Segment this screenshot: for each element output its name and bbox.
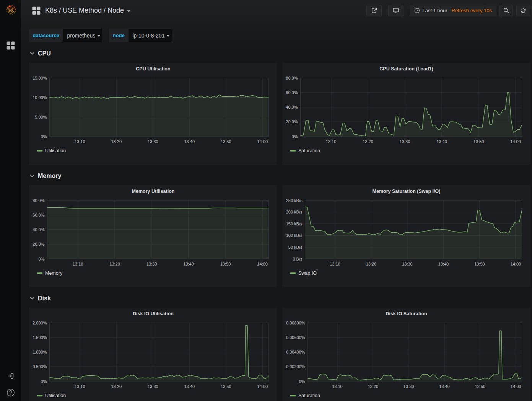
svg-text:80.0%: 80.0% [33, 198, 44, 203]
svg-text:13:40: 13:40 [184, 384, 195, 389]
svg-text:14:00: 14:00 [257, 139, 268, 144]
chart[interactable]: 0 B/s50 kB/s100 kB/s150 kB/s200 kB/s250 … [282, 185, 530, 287]
svg-text:250 kB/s: 250 kB/s [286, 198, 303, 203]
panel-disk-io-utilisation: Disk IO Utilisation 0%0.500%1.000%1.500%… [29, 308, 277, 401]
svg-text:50 kB/s: 50 kB/s [288, 245, 303, 249]
svg-text:0%: 0% [39, 257, 45, 261]
apps-grid-icon [7, 41, 15, 50]
series-fill [47, 207, 269, 259]
svg-text:0 B/s: 0 B/s [293, 257, 303, 261]
legend-swatch[interactable] [290, 272, 296, 274]
svg-text:13:10: 13:10 [75, 139, 85, 144]
sidebar-item-help[interactable] [0, 384, 21, 401]
svg-text:100 kB/s: 100 kB/s [286, 233, 303, 238]
svg-text:0%: 0% [41, 134, 47, 139]
svg-text:13:20: 13:20 [111, 384, 122, 389]
svg-text:14:00: 14:00 [511, 384, 521, 389]
svg-text:13:50: 13:50 [473, 139, 484, 144]
legend-series-label[interactable]: Utilisation [45, 148, 66, 153]
svg-text:14:00: 14:00 [257, 262, 268, 266]
svg-text:0.00800%: 0.00800% [286, 321, 305, 325]
series-line[interactable] [308, 331, 522, 380]
sign-in-icon [7, 372, 15, 380]
panel-memory-saturation-swap-i-o-: Memory Saturation (Swap I/O) 0 B/s50 kB/… [282, 185, 530, 287]
legend-swatch[interactable] [37, 272, 42, 274]
svg-text:13:10: 13:10 [330, 262, 340, 266]
svg-text:13:50: 13:50 [474, 262, 485, 266]
svg-text:14:00: 14:00 [510, 139, 521, 144]
legend-swatch[interactable] [290, 395, 296, 396]
svg-text:2.000%: 2.000% [33, 321, 47, 325]
legend-series-label[interactable]: Utilisation [45, 393, 66, 398]
help-icon [7, 388, 15, 397]
grid [50, 323, 269, 381]
main-view: K8s / USE Method / Node [21, 0, 532, 401]
grid [308, 323, 522, 381]
section-label: Memory [38, 173, 61, 179]
legend: Utilisation [37, 148, 66, 153]
svg-text:5.00%: 5.00% [35, 115, 47, 119]
svg-text:0.00600%: 0.00600% [286, 335, 305, 340]
svg-text:13:20: 13:20 [111, 139, 122, 144]
svg-text:13:10: 13:10 [326, 139, 337, 144]
legend: Memory [37, 271, 62, 276]
legend-series-label[interactable]: Saturation [298, 393, 320, 398]
svg-text:13:20: 13:20 [368, 384, 379, 389]
svg-text:40.0%: 40.0% [33, 227, 44, 232]
sidebar-item-signin[interactable] [0, 367, 21, 384]
legend: Saturation [290, 148, 320, 153]
svg-text:13:30: 13:30 [148, 139, 158, 144]
section-label: Disk [38, 295, 51, 302]
series-fill [50, 325, 269, 381]
svg-text:1.500%: 1.500% [33, 335, 47, 340]
series-fill [50, 95, 269, 137]
svg-text:40.0%: 40.0% [286, 105, 298, 109]
legend-swatch[interactable] [37, 150, 42, 152]
svg-text:60.0%: 60.0% [286, 90, 298, 95]
svg-text:13:40: 13:40 [438, 262, 449, 266]
legend-series-label[interactable]: Saturation [298, 148, 320, 153]
svg-text:14:00: 14:00 [257, 384, 268, 389]
sidebar-item-dashboards[interactable] [0, 37, 21, 54]
section-header-disk[interactable]: Disk [30, 294, 51, 303]
svg-text:13:50: 13:50 [221, 139, 231, 144]
chevron-down-icon [30, 52, 34, 55]
legend-series-label[interactable]: Memory [45, 271, 62, 276]
section-header-memory[interactable]: Memory [30, 171, 61, 181]
chart[interactable]: 0%0.500%1.000%1.500%2.000%13:1013:2013:3… [29, 308, 277, 401]
legend-swatch[interactable] [37, 395, 42, 396]
series-line[interactable] [47, 207, 269, 208]
svg-text:15.00%: 15.00% [33, 76, 47, 80]
panel-cpu-utilisation: CPU Utilisation 0%5.00%10.00%15.00%13:10… [29, 63, 277, 165]
chart[interactable]: 0%5.00%10.00%15.00%13:1013:2013:3013:401… [29, 63, 277, 165]
svg-text:13:40: 13:40 [439, 384, 450, 389]
svg-text:80.0%: 80.0% [286, 76, 298, 80]
svg-text:13:40: 13:40 [184, 139, 195, 144]
svg-text:150 kB/s: 150 kB/s [286, 222, 303, 226]
svg-text:0.00400%: 0.00400% [286, 350, 305, 354]
series-fill [308, 331, 522, 381]
svg-text:13:10: 13:10 [73, 262, 83, 266]
section-header-cpu[interactable]: CPU [30, 49, 51, 58]
panel-cpu-saturation-load1-: CPU Saturation (Load1) 0%20.0%40.0%60.0%… [282, 63, 530, 165]
svg-text:1.000%: 1.000% [33, 350, 47, 354]
svg-text:20.0%: 20.0% [286, 119, 298, 124]
chart[interactable]: 0%20.0%40.0%60.0%80.0%13:1013:2013:3013:… [29, 185, 277, 287]
svg-text:13:20: 13:20 [363, 139, 373, 144]
grafana-logo[interactable] [5, 4, 16, 16]
svg-text:0.00200%: 0.00200% [286, 364, 305, 369]
svg-text:13:30: 13:30 [400, 139, 410, 144]
legend-swatch[interactable] [290, 150, 296, 152]
svg-text:60.0%: 60.0% [33, 213, 44, 217]
svg-text:10.00%: 10.00% [33, 95, 47, 100]
svg-text:13:50: 13:50 [221, 384, 231, 389]
svg-text:13:30: 13:30 [402, 262, 413, 266]
chart[interactable]: 0%0.00200%0.00400%0.00600%0.00800%13:101… [282, 308, 530, 401]
dashboard-grid: CPU Memory Disk CPU Utilisation 0%5.00%1… [21, 0, 532, 401]
legend: Saturation [290, 393, 320, 398]
svg-text:200 kB/s: 200 kB/s [286, 210, 303, 214]
legend-series-label[interactable]: Swap IO [298, 271, 317, 276]
svg-text:13:20: 13:20 [366, 262, 377, 266]
svg-text:13:10: 13:10 [75, 384, 85, 389]
svg-text:0%: 0% [292, 134, 298, 139]
